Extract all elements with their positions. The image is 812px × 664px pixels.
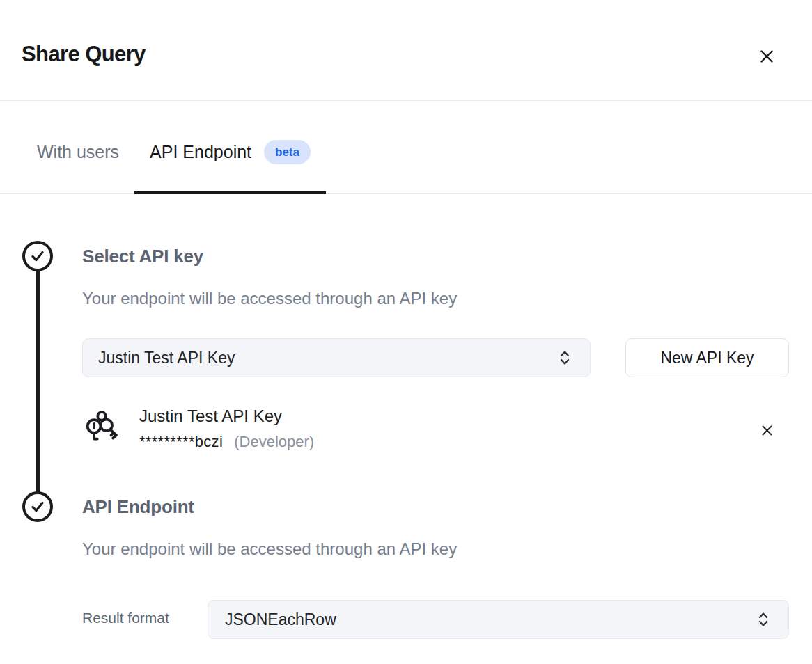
close-icon — [758, 48, 775, 65]
result-format-label: Result format — [82, 608, 169, 628]
x-icon — [760, 424, 774, 437]
tab-with-users[interactable]: With users — [22, 111, 134, 193]
keys-icon — [83, 408, 120, 447]
close-button[interactable] — [756, 46, 777, 67]
api-key-select[interactable]: Justin Test API Key — [82, 338, 591, 377]
tab-label: With users — [37, 142, 119, 162]
section-title-api-endpoint: API Endpoint — [82, 494, 194, 519]
check-icon — [29, 247, 47, 265]
section-description: Your endpoint will be accessed through a… — [82, 287, 457, 310]
stepper-connector-line — [36, 270, 40, 493]
modal-header: Share Query — [0, 0, 812, 101]
step2-indicator — [22, 491, 53, 522]
key-name: Justin Test API Key — [139, 406, 282, 427]
share-query-modal: Share Query With users API Endpoint beta — [0, 0, 812, 664]
tab-label: API Endpoint — [150, 142, 251, 162]
remove-key-button[interactable] — [758, 421, 776, 439]
key-secret-line: *********bczi (Developer) — [139, 432, 314, 452]
page-title: Share Query — [22, 40, 146, 68]
tab-bar: With users API Endpoint beta — [0, 101, 812, 194]
step1-indicator — [22, 241, 53, 271]
new-api-key-button[interactable]: New API Key — [625, 338, 789, 377]
key-role: (Developer) — [234, 433, 314, 450]
beta-badge: beta — [264, 140, 311, 164]
chevrons-up-down-icon — [755, 609, 772, 630]
chevrons-up-down-icon — [556, 347, 573, 368]
result-format-value: JSONEachRow — [225, 610, 336, 629]
check-icon — [29, 498, 47, 516]
section-title-select-api-key: Select API key — [82, 244, 203, 269]
key-masked-secret: *********bczi — [139, 433, 223, 450]
new-api-key-button-label: New API Key — [660, 349, 754, 367]
section-description: Your endpoint will be accessed through a… — [82, 538, 457, 560]
result-format-select[interactable]: JSONEachRow — [208, 600, 789, 639]
api-key-select-value: Justin Test API Key — [98, 349, 235, 367]
tab-api-endpoint[interactable]: API Endpoint beta — [134, 111, 326, 193]
